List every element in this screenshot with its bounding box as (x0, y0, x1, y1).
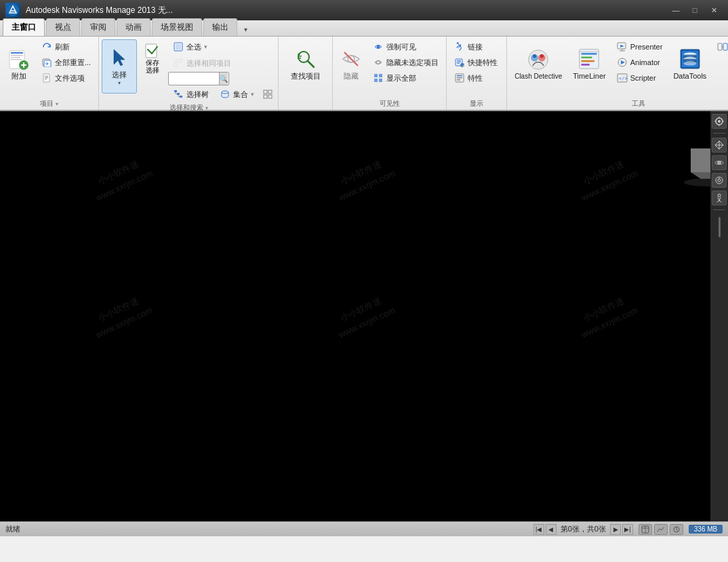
reset-all-button[interactable]: 全部重置... (37, 55, 96, 70)
page-info: 第0张，共0张 (561, 524, 606, 534)
find-content: 查找项目 (286, 39, 325, 107)
wm-text-2: 小小软件迷www.xxrjm.com (330, 154, 397, 205)
svg-rect-15 (146, 44, 157, 58)
save-select-label: 保存选择 (146, 59, 159, 74)
show-all-button[interactable]: 显示全部 (368, 71, 443, 85)
close-button[interactable]: ✕ (705, 3, 723, 18)
datatools-button[interactable]: DataTools (668, 39, 711, 89)
project-section-arrow[interactable]: ▾ (56, 101, 58, 107)
orbit-button[interactable] (712, 155, 727, 170)
svg-rect-45 (379, 79, 382, 82)
presenter-button[interactable]: Presenter (612, 39, 668, 54)
wm-text-3: 小小软件迷www.xxrjm.com (573, 154, 640, 205)
section-tools: Clash Detective TimeLiner (507, 37, 728, 110)
quick-props-button[interactable]: ⚡ 快捷特性 (449, 55, 504, 70)
animator-label: Animator (630, 58, 660, 66)
find-items-button[interactable]: 查找项目 (286, 39, 325, 89)
project-section-label: 项目 ▾ (3, 98, 96, 110)
svg-line-106 (676, 529, 678, 531)
properties-label: 特性 (468, 73, 483, 83)
reset-all-icon (41, 57, 52, 68)
svg-rect-4 (11, 57, 20, 58)
status-icon-2[interactable] (654, 524, 668, 535)
section-select-content: 选择 ▾ 保存选择 (102, 39, 275, 102)
refresh-button[interactable]: 刷新 (37, 39, 96, 54)
walk-button[interactable] (712, 190, 727, 205)
tab-animation[interactable]: 动画 (117, 18, 150, 36)
tab-review[interactable]: 审阅 (81, 18, 115, 36)
svg-rect-82 (718, 43, 722, 50)
find-extra-button[interactable] (260, 87, 275, 102)
animator-icon (617, 57, 628, 68)
clash-detective-button[interactable]: Clash Detective (510, 39, 567, 89)
hide-button[interactable]: 隐藏 (336, 39, 367, 89)
viewport[interactable]: 小小软件迷www.xxrjm.com 小小软件迷www.xxrjm.com 小小… (0, 111, 728, 521)
maximize-button[interactable]: □ (686, 3, 704, 18)
svg-rect-42 (374, 74, 378, 77)
svg-rect-19 (179, 59, 182, 62)
watermarks: 小小软件迷www.xxrjm.com 小小软件迷www.xxrjm.com 小小… (0, 111, 728, 521)
compare-button[interactable]: 比较 (712, 39, 728, 54)
force-visible-icon (373, 41, 384, 52)
search-col: 全选 ▾ 选择相同项目 (168, 39, 275, 102)
svg-rect-17 (176, 44, 181, 49)
nav-wheel-button[interactable] (712, 114, 727, 129)
select-similar-button[interactable]: 选择相同项目 (168, 56, 275, 71)
link-button[interactable]: 链接 (449, 39, 504, 54)
first-page-button[interactable]: |◀ (533, 524, 544, 535)
timeliner-button[interactable]: TimeLiner (568, 39, 611, 89)
ribbon-tabs: 主窗口 视点 审阅 动画 场景视图 输出 ▾ (0, 20, 728, 37)
section-find: 查找项目 (279, 37, 333, 110)
link-icon (454, 41, 465, 52)
next-page-button[interactable]: ▶ (610, 524, 621, 535)
scripter-label: Scripter (630, 74, 656, 82)
select-all-label: 全选 (186, 42, 201, 52)
search-input[interactable] (171, 75, 219, 83)
select-all-button[interactable]: 全选 ▾ (168, 39, 275, 54)
save-select-button[interactable]: 保存选择 (140, 39, 165, 77)
search-button[interactable]: 🔍 (219, 73, 228, 85)
add-icon (8, 48, 30, 71)
tab-viewpoints[interactable]: 视点 (46, 18, 80, 36)
add-button[interactable]: 附加 (3, 39, 35, 89)
animator-button[interactable]: Animator (612, 55, 668, 70)
quick-access-arrow[interactable]: ▾ (240, 23, 251, 36)
find-section-label (281, 107, 329, 110)
force-visible-label: 强制可见 (386, 42, 416, 52)
svg-rect-55 (457, 79, 460, 81)
file-options-button[interactable]: 文件选项 (37, 71, 96, 85)
scripter-button[interactable]: </> Scripter (612, 71, 668, 85)
pan-button[interactable] (712, 138, 727, 153)
collection-button[interactable]: 集合 ▾ (215, 87, 259, 102)
tab-main-window[interactable]: 主窗口 (3, 18, 45, 36)
scripter-icon: </> (617, 73, 628, 83)
datatools-label: DataTools (673, 72, 706, 81)
section-select-search: 选择 ▾ 保存选择 (99, 37, 279, 110)
select-button[interactable]: 选择 ▾ (102, 39, 137, 94)
svg-rect-20 (174, 64, 178, 67)
svg-text:⚡: ⚡ (462, 64, 465, 68)
prev-page-button[interactable]: ◀ (546, 524, 557, 535)
find-items-label: 查找项目 (291, 72, 321, 81)
status-icon-3[interactable] (670, 524, 683, 535)
tab-output[interactable]: 输出 (203, 18, 237, 36)
force-visible-button[interactable]: 强制可见 (368, 39, 443, 54)
last-page-button[interactable]: ▶| (622, 524, 633, 535)
svg-point-40 (377, 45, 380, 49)
select-section-arrow[interactable]: ▾ (205, 105, 208, 111)
scroll-indicator (719, 217, 721, 237)
tab-scene-view[interactable]: 场景视图 (152, 18, 202, 36)
right-toolbar (710, 111, 728, 521)
section-visibility: 隐藏 强制可见 (333, 37, 447, 110)
status-icon-1[interactable] (639, 524, 652, 535)
properties-button[interactable]: 特性 (449, 71, 504, 85)
svg-marker-72 (621, 60, 625, 64)
svg-rect-53 (457, 75, 462, 77)
svg-rect-18 (174, 59, 178, 62)
tools-content: Clash Detective TimeLiner (510, 39, 728, 98)
hide-unselected-button[interactable]: 隐藏未选定项目 (368, 55, 443, 70)
search-box: 🔍 (168, 72, 229, 85)
select-tree-button[interactable]: 选择树 (168, 87, 214, 102)
look-button[interactable] (712, 173, 727, 188)
minimize-button[interactable]: — (667, 3, 685, 18)
